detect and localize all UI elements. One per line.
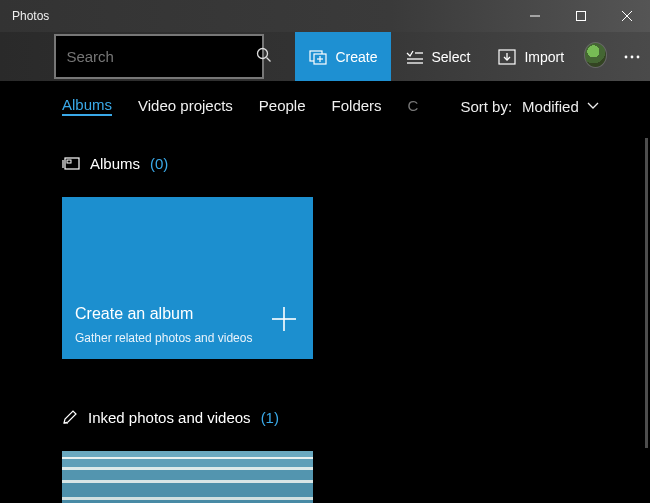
create-album-title: Create an album [75, 305, 193, 323]
avatar[interactable] [584, 42, 607, 68]
pen-icon [62, 409, 78, 425]
close-button[interactable] [604, 1, 650, 31]
minimize-icon [530, 11, 540, 21]
albums-count: (0) [150, 155, 168, 172]
ellipsis-icon [624, 55, 640, 59]
tab-people[interactable]: People [259, 97, 306, 115]
create-button[interactable]: Create [295, 32, 391, 81]
albums-section-header[interactable]: Albums (0) [62, 143, 650, 183]
svg-rect-1 [577, 12, 586, 21]
app-title: Photos [0, 9, 49, 23]
import-button[interactable]: Import [484, 32, 578, 81]
tab-albums[interactable]: Albums [62, 96, 112, 116]
albums-icon [62, 156, 80, 170]
import-icon [498, 49, 516, 65]
maximize-button[interactable] [558, 1, 604, 31]
sort-by: Sort by: Modified [460, 98, 598, 115]
svg-point-16 [630, 55, 633, 58]
scrollbar[interactable] [645, 138, 648, 448]
sort-by-label: Sort by: [460, 98, 512, 115]
tab-video-projects[interactable]: Video projects [138, 97, 233, 115]
inked-section-header[interactable]: Inked photos and videos (1) [62, 397, 650, 437]
tab-overflow[interactable]: C [408, 97, 419, 115]
content-area: Albums (0) Create an album Gather relate… [0, 131, 650, 503]
more-button[interactable] [613, 32, 650, 81]
tab-folders[interactable]: Folders [332, 97, 382, 115]
svg-point-15 [624, 55, 627, 58]
import-label: Import [524, 49, 564, 65]
svg-rect-20 [67, 160, 71, 163]
select-button[interactable]: Select [391, 32, 484, 81]
close-icon [622, 11, 632, 21]
create-album-card[interactable]: Create an album Gather related photos an… [62, 197, 313, 359]
plus-icon [271, 306, 297, 335]
sort-by-dropdown[interactable]: Modified [522, 98, 599, 115]
select-label: Select [431, 49, 470, 65]
create-icon [309, 48, 327, 66]
search-input[interactable] [66, 48, 256, 65]
minimize-button[interactable] [512, 1, 558, 31]
inked-count: (1) [261, 409, 279, 426]
chevron-down-icon [587, 102, 599, 110]
titlebar: Photos [0, 0, 650, 32]
tab-bar: Albums Video projects People Folders C S… [0, 81, 650, 131]
inked-section-label: Inked photos and videos [88, 409, 251, 426]
command-bar: Create Select Import [0, 32, 650, 81]
create-label: Create [335, 49, 377, 65]
maximize-icon [576, 11, 586, 21]
search-box[interactable] [54, 34, 264, 79]
create-album-subtitle: Gather related photos and videos [75, 331, 252, 345]
inked-thumbnail[interactable] [62, 451, 313, 503]
svg-point-17 [636, 55, 639, 58]
sort-by-value: Modified [522, 98, 579, 115]
select-icon [405, 50, 423, 64]
albums-section-label: Albums [90, 155, 140, 172]
